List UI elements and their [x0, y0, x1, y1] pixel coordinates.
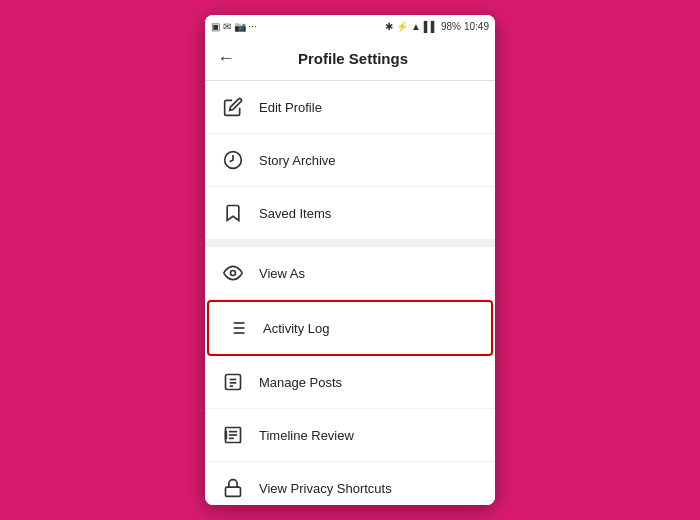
view-as-label: View As	[259, 266, 305, 281]
menu-item-view-privacy[interactable]: View Privacy Shortcuts	[205, 462, 495, 505]
status-right: ✱ ⚡ ▲ ▌▌ 98% 10:49	[385, 21, 489, 32]
menu-item-edit-profile[interactable]: Edit Profile	[205, 81, 495, 134]
pencil-icon	[219, 93, 247, 121]
status-bar: ▣ ✉ 📷 ··· ✱ ⚡ ▲ ▌▌ 98% 10:49	[205, 15, 495, 37]
lock-icon	[219, 474, 247, 502]
edit-profile-label: Edit Profile	[259, 100, 322, 115]
view-privacy-label: View Privacy Shortcuts	[259, 481, 392, 496]
signal-icon: ⚡	[396, 21, 408, 32]
status-icons: ▣ ✉ 📷 ···	[211, 21, 257, 32]
network-icon: ▌▌	[424, 21, 438, 32]
menu-group-2: View As Activity Log	[205, 247, 495, 505]
list-icon	[223, 314, 251, 342]
story-archive-label: Story Archive	[259, 153, 336, 168]
clock-icon	[219, 146, 247, 174]
svg-point-1	[231, 271, 236, 276]
svg-rect-19	[226, 487, 241, 496]
status-left: ▣ ✉ 📷 ···	[211, 21, 257, 32]
svg-rect-18	[225, 431, 228, 439]
menu-group-1: Edit Profile Story Archive	[205, 81, 495, 239]
eye-icon	[219, 259, 247, 287]
phone-frame: ▣ ✉ 📷 ··· ✱ ⚡ ▲ ▌▌ 98% 10:49 ← Profile S…	[205, 15, 495, 505]
timeline-review-label: Timeline Review	[259, 428, 354, 443]
manage-posts-label: Manage Posts	[259, 375, 342, 390]
activity-log-label: Activity Log	[263, 321, 329, 336]
menu-item-view-as[interactable]: View As	[205, 247, 495, 300]
header: ← Profile Settings	[205, 37, 495, 81]
menu-item-story-archive[interactable]: Story Archive	[205, 134, 495, 187]
back-button[interactable]: ←	[217, 48, 235, 69]
bookmark-icon	[219, 199, 247, 227]
content-area: Edit Profile Story Archive	[205, 81, 495, 505]
saved-items-label: Saved Items	[259, 206, 331, 221]
timeline-icon	[219, 421, 247, 449]
menu-item-manage-posts[interactable]: Manage Posts	[205, 356, 495, 409]
time: 10:49	[464, 21, 489, 32]
menu-item-saved-items[interactable]: Saved Items	[205, 187, 495, 239]
page-title: Profile Settings	[247, 50, 459, 67]
menu-item-activity-log[interactable]: Activity Log	[207, 300, 493, 356]
menu-item-timeline-review[interactable]: Timeline Review	[205, 409, 495, 462]
bluetooth-icon: ✱	[385, 21, 393, 32]
document-icon	[219, 368, 247, 396]
battery-level: 98%	[441, 21, 461, 32]
wifi-icon: ▲	[411, 21, 421, 32]
